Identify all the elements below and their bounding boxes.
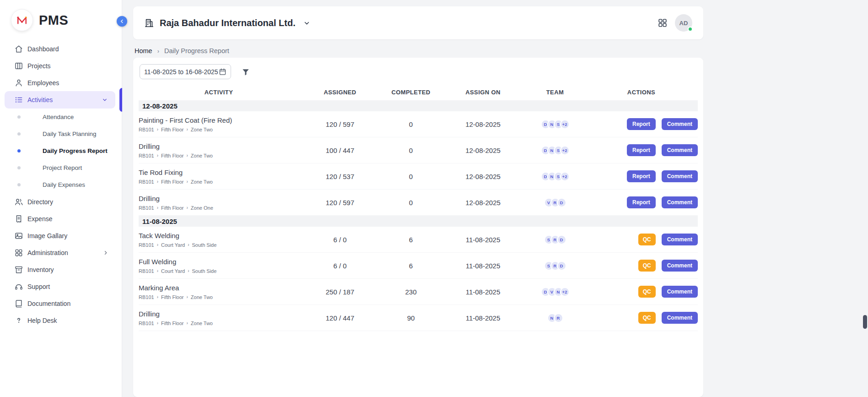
assign-on-value: 12-08-2025 xyxy=(441,147,525,154)
sidebar-item-inventory[interactable]: Inventory xyxy=(0,261,122,278)
path-segment: RB101 xyxy=(139,127,154,132)
sidebar-collapse-button[interactable] xyxy=(117,16,127,27)
sidebar-item-activities[interactable]: Activities xyxy=(5,91,115,109)
comment-button[interactable]: Comment xyxy=(662,260,698,272)
completed-value: 0 xyxy=(381,147,441,154)
chevron-right-icon: › xyxy=(157,48,159,54)
completed-value: 6 xyxy=(381,236,441,244)
sidebar-subitem-attendance[interactable]: Attendance xyxy=(0,109,122,125)
sidebar-item-label: Activities xyxy=(27,96,53,103)
assigned-value: 120 / 597 xyxy=(299,199,381,207)
comment-button[interactable]: Comment xyxy=(662,144,698,156)
team-avatar[interactable]: D xyxy=(557,235,566,245)
activity-name: Full Welding xyxy=(139,258,299,266)
assigned-value: 120 / 597 xyxy=(299,120,381,128)
company-selector[interactable]: Raja Bahadur International Ltd. xyxy=(144,18,311,28)
chevron-right-icon xyxy=(102,250,109,256)
date-group-header: 12-08-2025 xyxy=(139,100,698,111)
sidebar-item-directory[interactable]: Directory xyxy=(0,193,122,210)
path-segment: RB101 xyxy=(139,153,154,158)
team-avatar[interactable]: D xyxy=(557,261,566,271)
active-nav-indicator xyxy=(119,88,122,112)
completed-value: 0 xyxy=(381,199,441,207)
qc-button[interactable]: QC xyxy=(638,286,656,298)
completed-value: 230 xyxy=(381,288,441,296)
table-row: Drilling RB101›Fifth Floor›Zone Two 120 … xyxy=(139,305,698,331)
assign-on-value: 12-08-2025 xyxy=(441,173,525,180)
date-range-input[interactable]: 11-08-2025 to 16-08-2025 xyxy=(140,64,231,79)
user-avatar[interactable]: AD xyxy=(675,14,692,32)
sidebar-item-employees[interactable]: Employees xyxy=(0,74,122,91)
activity-name: Drilling xyxy=(139,142,299,150)
assign-on-value: 11-08-2025 xyxy=(441,262,525,270)
scrollbar-thumb[interactable] xyxy=(863,315,867,329)
activity-path: RB101›Court Yard›South Side xyxy=(139,268,299,274)
report-toolbar: 11-08-2025 to 16-08-2025 xyxy=(140,64,698,79)
comment-button[interactable]: Comment xyxy=(662,196,698,208)
report-button[interactable]: Report xyxy=(627,196,656,208)
path-segment: South Side xyxy=(192,242,217,248)
assigned-value: 6 / 0 xyxy=(299,262,381,270)
qc-button[interactable]: QC xyxy=(638,312,656,324)
sidebar-item-administration[interactable]: Administration xyxy=(0,244,122,261)
sidebar-item-support[interactable]: Support xyxy=(0,278,122,295)
activity-path: RB101›Court Yard›South Side xyxy=(139,242,299,248)
path-segment: RB101 xyxy=(139,294,154,300)
comment-button[interactable]: Comment xyxy=(662,286,698,298)
assigned-value: 120 / 447 xyxy=(299,314,381,322)
sidebar-item-projects[interactable]: Projects xyxy=(0,57,122,74)
sidebar-subitem-daily-task-planning[interactable]: Daily Task Planning xyxy=(0,125,122,142)
team-avatar[interactable]: R xyxy=(554,313,563,323)
chevron-right-icon: › xyxy=(157,268,158,273)
apps-grid-icon[interactable] xyxy=(658,18,668,28)
assigned-value: 120 / 537 xyxy=(299,173,381,180)
comment-button[interactable]: Comment xyxy=(662,170,698,182)
sidebar-subitem-project-report[interactable]: Project Report xyxy=(0,159,122,176)
app-name: PMS xyxy=(39,13,68,28)
team-avatars: NR xyxy=(525,313,585,323)
completed-value: 0 xyxy=(381,173,441,180)
team-avatar-more[interactable]: +2 xyxy=(560,287,570,297)
sidebar-nav: Dashboard Projects Employees Activities … xyxy=(0,40,122,329)
team-avatars: SRD xyxy=(525,261,585,271)
report-button[interactable]: Report xyxy=(627,170,656,182)
comment-button[interactable]: Comment xyxy=(662,118,698,130)
help-desk-icon xyxy=(14,316,23,325)
team-avatars: DNS+2 xyxy=(525,172,585,181)
report-button[interactable]: Report xyxy=(627,144,656,156)
sidebar-item-label: Image Gallary xyxy=(27,232,67,239)
team-avatar[interactable]: D xyxy=(557,198,566,207)
sidebar-item-label: Expense xyxy=(27,215,52,223)
sidebar-item-documentation[interactable]: Documentation xyxy=(0,295,122,312)
date-group-header: 11-08-2025 xyxy=(139,216,698,227)
sidebar-subitem-label: Attendance xyxy=(43,114,74,120)
report-button[interactable]: Report xyxy=(627,118,656,130)
activity-name: Painting - First Coat (Fire Red) xyxy=(139,116,299,124)
path-segment: RB101 xyxy=(139,268,154,274)
sidebar-subitem-daily-progress-report[interactable]: Daily Progress Report xyxy=(0,142,122,159)
column-header-activity: ACTIVITY xyxy=(139,89,299,96)
sidebar-subitem-daily-expenses[interactable]: Daily Expenses xyxy=(0,176,122,193)
sidebar-item-label: Employees xyxy=(27,79,59,87)
path-segment: Fifth Floor xyxy=(161,294,184,300)
team-avatar-more[interactable]: +2 xyxy=(560,146,570,155)
activities-icon xyxy=(14,95,23,104)
breadcrumb-home-link[interactable]: Home xyxy=(135,47,152,54)
qc-button[interactable]: QC xyxy=(638,260,656,272)
calendar-icon xyxy=(219,68,226,76)
team-avatar-more[interactable]: +2 xyxy=(560,120,570,129)
sidebar-item-dashboard[interactable]: Dashboard xyxy=(0,40,122,57)
comment-button[interactable]: Comment xyxy=(662,312,698,324)
sidebar-item-help-desk[interactable]: Help Desk xyxy=(0,312,122,329)
sidebar-item-label: Directory xyxy=(27,198,53,206)
filter-icon[interactable] xyxy=(241,67,250,76)
path-segment: Fifth Floor xyxy=(161,205,184,211)
qc-button[interactable]: QC xyxy=(638,234,656,245)
support-icon xyxy=(14,282,23,291)
assigned-value: 6 / 0 xyxy=(299,236,381,244)
chevron-right-icon: › xyxy=(157,242,158,247)
sidebar-item-expense[interactable]: Expense xyxy=(0,210,122,227)
team-avatar-more[interactable]: +2 xyxy=(560,172,570,181)
comment-button[interactable]: Comment xyxy=(662,234,698,245)
sidebar-item-image-gallery[interactable]: Image Gallary xyxy=(0,227,122,244)
